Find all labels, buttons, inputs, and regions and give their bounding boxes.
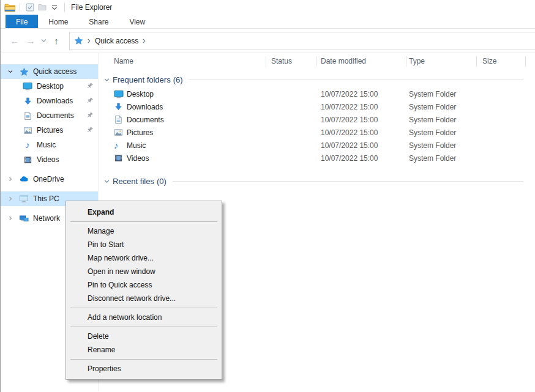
forward-arrow-icon[interactable]: → (23, 35, 39, 46)
file-row-downloads[interactable]: Downloads 10/07/2022 15:00 System Folder (99, 101, 535, 114)
pictures-icon (114, 128, 124, 138)
divider (20, 3, 20, 12)
address-bar[interactable]: Quick access (69, 32, 535, 50)
documents-icon (114, 115, 124, 125)
file-name: Downloads (127, 103, 163, 111)
group-header-frequent-folders[interactable]: Frequent folders (6) (99, 73, 535, 86)
sidebar-item-label: This PC (33, 194, 59, 203)
network-icon (19, 213, 29, 223)
group-header-recent-files[interactable]: Recent files (0) (99, 174, 535, 188)
breadcrumb-chevron-icon[interactable] (87, 38, 91, 44)
file-explorer-logo-icon[interactable] (4, 2, 16, 13)
chevron-right-icon[interactable] (6, 196, 15, 202)
properties-icon[interactable] (24, 2, 36, 13)
music-icon: ♪ (23, 140, 32, 150)
column-header-name[interactable]: Name (114, 57, 133, 65)
group-divider-line (189, 80, 523, 80)
menu-item-open-in-new-window[interactable]: Open in new window (66, 265, 222, 278)
file-row-pictures[interactable]: Pictures 10/07/2022 15:00 System Folder (99, 127, 535, 139)
column-divider (476, 56, 477, 67)
videos-icon (114, 153, 124, 163)
menu-item-disconnect-network-drive[interactable]: Disconnect network drive... (66, 292, 222, 305)
chevron-down-icon[interactable] (103, 76, 111, 83)
file-type: System Folder (409, 141, 456, 150)
menu-item-manage[interactable]: Manage (66, 224, 222, 238)
column-divider (525, 56, 526, 67)
sidebar-item-label: Downloads (37, 97, 73, 105)
column-header-date-modified[interactable]: Date modified (321, 57, 366, 65)
menu-separator (70, 359, 217, 360)
menu-item-rename[interactable]: Rename (66, 343, 222, 357)
menu-item-pin-to-quick-access[interactable]: Pin to Quick access (66, 278, 222, 292)
documents-icon (23, 111, 32, 120)
sidebar-item-label: Music (37, 141, 56, 149)
chevron-right-icon[interactable] (6, 215, 15, 221)
file-date-modified: 10/07/2022 15:00 (321, 128, 378, 137)
menu-item-expand[interactable]: Expand (66, 205, 222, 219)
menu-separator (70, 327, 217, 327)
up-arrow-icon[interactable]: ↑ (48, 35, 64, 46)
sidebar-item-downloads[interactable]: Downloads (1, 94, 98, 108)
customize-toolbar-dropdown-icon[interactable] (48, 2, 61, 13)
sidebar-item-documents[interactable]: Documents (1, 108, 98, 123)
sidebar-item-label: Network (33, 214, 60, 223)
navigation-bar: ← → ↑ Quick access (1, 29, 535, 53)
tab-share[interactable]: Share (78, 15, 119, 28)
onedrive-icon (19, 174, 29, 184)
chevron-down-icon[interactable] (6, 68, 15, 75)
desktop-icon (23, 81, 32, 91)
sidebar-item-label: Videos (37, 155, 59, 164)
file-name: Documents (127, 116, 164, 124)
window-title: File Explorer (71, 3, 112, 12)
tab-file[interactable]: File (6, 15, 38, 28)
new-folder-icon[interactable] (36, 2, 48, 13)
divider (64, 3, 65, 12)
menu-item-pin-to-start[interactable]: Pin to Start (66, 238, 222, 251)
pin-icon (86, 126, 94, 134)
breadcrumb-chevron-icon[interactable] (142, 38, 146, 44)
title-bar: File Explorer (1, 0, 535, 15)
sidebar-item-desktop[interactable]: Desktop (1, 79, 98, 94)
chevron-down-icon[interactable] (103, 178, 111, 185)
menu-item-properties[interactable]: Properties (66, 362, 222, 375)
file-date-modified: 10/07/2022 15:00 (321, 116, 378, 124)
file-name: Pictures (127, 128, 153, 137)
file-type: System Folder (409, 103, 456, 111)
sidebar-item-music[interactable]: ♪ Music (1, 138, 98, 152)
recent-locations-chevron-icon[interactable] (39, 39, 48, 43)
file-date-modified: 10/07/2022 15:00 (321, 103, 378, 111)
breadcrumb-segment[interactable]: Quick access (95, 37, 138, 45)
file-row-documents[interactable]: Documents 10/07/2022 15:00 System Folder (99, 114, 535, 127)
pin-icon (86, 82, 94, 90)
column-header-size[interactable]: Size (482, 57, 496, 65)
chevron-right-icon[interactable] (6, 176, 15, 182)
file-row-videos[interactable]: Videos 10/07/2022 15:00 System Folder (99, 152, 535, 165)
column-header-status[interactable]: Status (271, 57, 292, 65)
tab-home[interactable]: Home (38, 15, 78, 28)
sidebar-item-pictures[interactable]: Pictures (1, 123, 98, 138)
this-pc-context-menu: Expand Manage Pin to Start Map network d… (65, 201, 222, 380)
back-arrow-icon[interactable]: ← (7, 35, 23, 46)
sidebar-item-videos[interactable]: Videos (1, 152, 98, 167)
sidebar-item-label: Pictures (37, 126, 63, 135)
file-date-modified: 10/07/2022 15:00 (321, 90, 378, 98)
sidebar-item-onedrive[interactable]: OneDrive (1, 172, 98, 187)
menu-item-map-network-drive[interactable]: Map network drive... (66, 251, 222, 265)
pictures-icon (23, 125, 32, 135)
file-name: Music (127, 141, 146, 150)
column-divider (266, 56, 266, 67)
file-row-music[interactable]: ♪ Music 10/07/2022 15:00 System Folder (99, 139, 535, 152)
tab-view[interactable]: View (119, 15, 155, 28)
column-divider (316, 56, 316, 67)
menu-item-add-network-location[interactable]: Add a network location (66, 311, 222, 324)
downloads-icon (23, 96, 32, 106)
menu-item-delete[interactable]: Delete (66, 330, 222, 343)
pin-icon (86, 111, 94, 119)
file-row-desktop[interactable]: Desktop 10/07/2022 15:00 System Folder (99, 88, 535, 101)
sidebar-item-label: OneDrive (33, 175, 64, 183)
quick-access-star-icon (19, 67, 29, 76)
sidebar-item-quick-access[interactable]: Quick access (1, 64, 98, 79)
column-header-type[interactable]: Type (409, 57, 425, 65)
menu-separator (70, 308, 217, 308)
this-pc-icon (19, 194, 29, 204)
